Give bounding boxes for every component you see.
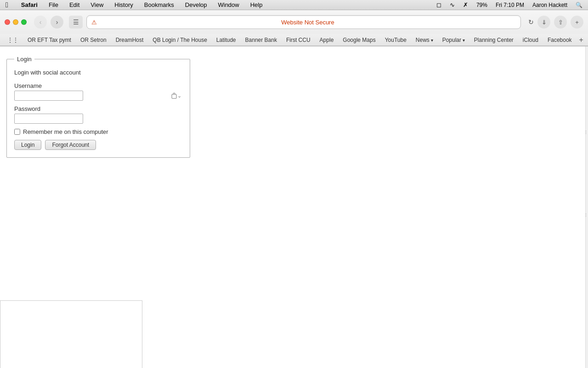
bookmark-or-eft[interactable]: OR EFT Tax pymt xyxy=(24,36,75,44)
refresh-button[interactable]: ↻ xyxy=(528,18,534,26)
menu-history[interactable]: History xyxy=(113,1,135,9)
password-input[interactable] xyxy=(14,114,83,124)
autofill-icon: ⌄ xyxy=(171,92,181,99)
bluetooth-icon: ✗ xyxy=(461,1,470,9)
login-button[interactable]: Login xyxy=(14,140,41,150)
bookmark-qb-login[interactable]: QB Login / The House xyxy=(149,36,211,44)
bookmark-banner-bank[interactable]: Banner Bank xyxy=(242,36,281,44)
bookmark-or-setron[interactable]: OR Setron xyxy=(77,36,110,44)
scroll-marker-1: ⋮ xyxy=(584,129,588,136)
social-login-label: Login with social account xyxy=(14,69,182,76)
button-row: Login Forgot Account xyxy=(14,140,182,150)
bookmark-popular[interactable]: Popular xyxy=(439,36,469,44)
battery-indicator: 79% xyxy=(475,1,489,9)
new-tab-button[interactable]: + xyxy=(571,16,583,29)
remember-row: Remember me on this computer xyxy=(14,128,182,135)
bottom-panel xyxy=(0,300,142,368)
wifi-icon: ∿ xyxy=(448,1,457,9)
bookmarks-add-button[interactable]: + xyxy=(577,36,585,44)
bookmark-first-ccu[interactable]: First CCU xyxy=(283,36,314,44)
username-label: Username xyxy=(14,82,182,89)
maximize-button[interactable] xyxy=(21,19,27,25)
bookmark-latitude[interactable]: Latitude xyxy=(213,36,240,44)
browser-chrome: ‹ › ☰ ⚠ Website Not Secure ↻ ⇓ ⇧ + ⋮⋮ OR… xyxy=(0,10,588,46)
username-display: Aaron Hackett xyxy=(531,1,569,9)
menu-help[interactable]: Help xyxy=(249,1,265,9)
menu-bookmarks[interactable]: Bookmarks xyxy=(142,1,176,9)
menu-bar:  Safari File Edit View History Bookmark… xyxy=(0,0,588,10)
bookmark-youtube[interactable]: YouTube xyxy=(381,36,410,44)
page-content: Login Login with social account Username… xyxy=(0,46,588,368)
password-label: Password xyxy=(14,105,182,112)
menu-edit[interactable]: Edit xyxy=(68,1,81,9)
url-display: Website Not Secure xyxy=(100,19,516,26)
menu-file[interactable]: File xyxy=(47,1,60,9)
bookmark-icloud[interactable]: iCloud xyxy=(519,36,542,44)
menu-window[interactable]: Window xyxy=(216,1,241,9)
username-input[interactable] xyxy=(14,91,83,101)
right-scroll-edge: ⋮ ⋮ xyxy=(585,46,588,368)
clock: Fri 7:10 PM xyxy=(494,1,526,9)
close-button[interactable] xyxy=(5,19,10,25)
login-legend: Login xyxy=(14,56,34,63)
traffic-lights xyxy=(5,19,27,25)
bookmark-apple[interactable]: Apple xyxy=(316,36,338,44)
menu-view[interactable]: View xyxy=(89,1,105,9)
minimize-button[interactable] xyxy=(13,19,18,25)
forward-button[interactable]: › xyxy=(51,16,63,29)
remember-checkbox[interactable] xyxy=(14,129,20,135)
scroll-marker-2: ⋮ xyxy=(584,212,588,218)
menu-develop[interactable]: Develop xyxy=(183,1,209,9)
toolbar: ‹ › ☰ ⚠ Website Not Secure ↻ ⇓ ⇧ + xyxy=(0,10,588,34)
bookmark-dreamhost[interactable]: DreamHost xyxy=(112,36,147,44)
bookmark-grid-icon[interactable]: ⋮⋮ xyxy=(4,36,22,44)
download-button[interactable]: ⇓ xyxy=(537,16,550,29)
login-fieldset: Login Login with social account Username… xyxy=(6,56,190,158)
security-warning-icon: ⚠ xyxy=(91,19,97,26)
bookmark-google-maps[interactable]: Google Maps xyxy=(339,36,379,44)
bookmarks-bar: ⋮⋮ OR EFT Tax pymt OR Setron DreamHost Q… xyxy=(0,34,588,46)
password-group: Password xyxy=(14,105,182,124)
toolbar-right-buttons: ⇓ ⇧ + xyxy=(537,16,583,29)
login-section: Login Login with social account Username… xyxy=(0,46,588,167)
remember-label: Remember me on this computer xyxy=(23,128,108,135)
back-button[interactable]: ‹ xyxy=(34,16,47,29)
app-name-menu[interactable]: Safari xyxy=(19,1,40,9)
address-bar[interactable]: ⚠ Website Not Secure xyxy=(86,15,521,29)
dropbox-icon: ◻ xyxy=(435,1,443,9)
bookmark-news[interactable]: News xyxy=(412,36,437,44)
bookmark-facebook[interactable]: Facebook xyxy=(544,36,576,44)
sidebar-toggle-button[interactable]: ☰ xyxy=(69,16,83,29)
menu-bar-right: ◻ ∿ ✗ 79% Fri 7:10 PM Aaron Hackett 🔍 xyxy=(435,1,584,9)
bookmark-planning-center[interactable]: Planning Center xyxy=(470,36,517,44)
forgot-account-button[interactable]: Forgot Account xyxy=(45,140,96,150)
share-button[interactable]: ⇧ xyxy=(554,16,567,29)
svg-rect-0 xyxy=(172,94,176,98)
apple-menu[interactable]:  xyxy=(4,0,10,10)
search-icon[interactable]: 🔍 xyxy=(574,1,584,9)
username-group: Username ⌄ xyxy=(14,82,182,101)
username-wrap: ⌄ xyxy=(14,91,182,101)
